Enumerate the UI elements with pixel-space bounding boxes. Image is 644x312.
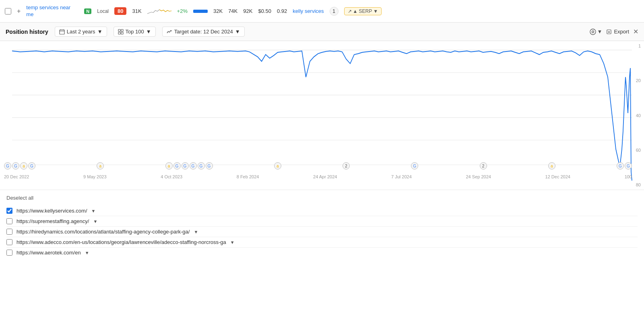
close-button[interactable]: ✕ <box>633 28 638 35</box>
comment-icon <box>590 29 596 35</box>
url-item-supreme: https://supremestaffing.agency/ ▼ <box>6 216 638 227</box>
url-item-hiredynamics: https://hiredynamics.com/locations/atlan… <box>6 227 638 237</box>
top-filter-button[interactable]: Top 100 ▼ <box>114 27 156 37</box>
target-date-chevron: ▼ <box>235 29 240 35</box>
expand-icon[interactable]: + <box>17 8 21 15</box>
trend-line-icon <box>167 29 172 35</box>
export-button[interactable]: Export <box>606 29 629 35</box>
mini-sparkline <box>147 6 171 16</box>
row-checkbox[interactable] <box>5 8 11 14</box>
svg-rect-5 <box>121 29 123 31</box>
url-dropdown-hiredynamics[interactable]: ▼ <box>194 229 198 234</box>
url-text-adecco: https://www.adecco.com/en-us/locations/g… <box>17 239 226 245</box>
url-text-kelly: https://www.kellyservices.com/ <box>17 208 87 214</box>
export-label: Export <box>614 29 629 35</box>
url-text-supreme: https://supremestaffing.agency/ <box>17 218 89 224</box>
url-dropdown-adecco[interactable]: ▼ <box>230 240 235 245</box>
badge-num: 1 <box>330 7 339 16</box>
url-checkbox-aerotek[interactable] <box>6 250 12 256</box>
stat-2: 32K <box>213 8 223 14</box>
date-range-chevron: ▼ <box>97 29 103 35</box>
url-item-aerotek: https://www.aerotek.com/en ▼ <box>6 248 638 258</box>
url-dropdown-aerotek[interactable]: ▼ <box>85 250 89 255</box>
export-icon <box>606 29 612 35</box>
toolbar-right: ▼ Export ✕ <box>590 28 638 35</box>
stat-5: $0.50 <box>258 8 271 14</box>
date-range-button[interactable]: Last 2 years ▼ <box>55 27 107 37</box>
top-filter-chevron: ▼ <box>146 29 151 35</box>
stat-6: 0.92 <box>277 8 287 14</box>
bottom-section: Deselect all https://www.kellyservices.c… <box>0 190 644 262</box>
svg-rect-0 <box>60 30 64 34</box>
url-checkbox-hiredynamics[interactable] <box>6 229 12 235</box>
comment-button[interactable]: ▼ <box>590 29 603 35</box>
url-item-kelly: https://www.kellyservices.com/ ▼ <box>6 206 638 216</box>
bar-indicator <box>193 10 208 13</box>
url-dropdown-supreme[interactable]: ▼ <box>93 219 97 224</box>
url-checkbox-kelly[interactable] <box>6 208 12 214</box>
position-chart <box>0 41 644 190</box>
target-date-button[interactable]: Target date: 12 Dec 2024 ▼ <box>162 27 245 37</box>
badge-local: Local <box>97 8 109 14</box>
url-checkbox-adecco[interactable] <box>6 239 12 245</box>
keyword-link[interactable]: temp services near me <box>26 4 78 18</box>
date-range-label: Last 2 years <box>67 29 95 35</box>
url-text-aerotek: https://www.aerotek.com/en <box>17 250 81 256</box>
score-badge: 80 <box>114 7 126 15</box>
trend-icon: ↗ <box>348 8 352 14</box>
svg-point-8 <box>590 29 596 35</box>
deselect-all-button[interactable]: Deselect all <box>6 195 638 201</box>
comment-chevron: ▼ <box>597 29 603 35</box>
keyword-link-2[interactable]: kelly services <box>293 8 324 14</box>
up-icon: ▲ <box>353 8 358 14</box>
stat-4: 92K <box>243 8 252 14</box>
section-title: Position history <box>6 29 48 35</box>
url-item-adecco: https://www.adecco.com/en-us/locations/g… <box>6 237 638 248</box>
stat-volume: 31K <box>132 8 141 14</box>
stat-3: 74K <box>228 8 237 14</box>
chart-area: 1 20 40 60 80 G G a G a a G G G G G a 2 <box>0 41 644 190</box>
grid-icon <box>118 29 124 35</box>
serp-label: SERP <box>359 8 372 14</box>
calendar-icon <box>59 29 65 35</box>
svg-rect-6 <box>118 32 120 34</box>
top-filter-label: Top 100 <box>126 29 144 35</box>
badge-n: N <box>84 8 91 14</box>
target-date-label: Target date: 12 Dec 2024 <box>174 29 233 35</box>
url-text-hiredynamics: https://hiredynamics.com/locations/atlan… <box>17 229 190 235</box>
toolbar: Position history Last 2 years ▼ Top 100 … <box>0 23 644 41</box>
stat-change: +2% <box>177 8 188 14</box>
svg-rect-7 <box>121 32 123 34</box>
svg-rect-4 <box>118 29 120 31</box>
url-checkbox-supreme[interactable] <box>6 218 12 224</box>
serp-button[interactable]: ↗ ▲ SERP ▼ <box>344 7 382 15</box>
svg-point-9 <box>592 31 594 33</box>
url-dropdown-kelly[interactable]: ▼ <box>91 209 96 213</box>
serp-chevron: ▼ <box>373 8 378 14</box>
top-row: + temp services near me N Local 80 31K +… <box>0 0 644 23</box>
